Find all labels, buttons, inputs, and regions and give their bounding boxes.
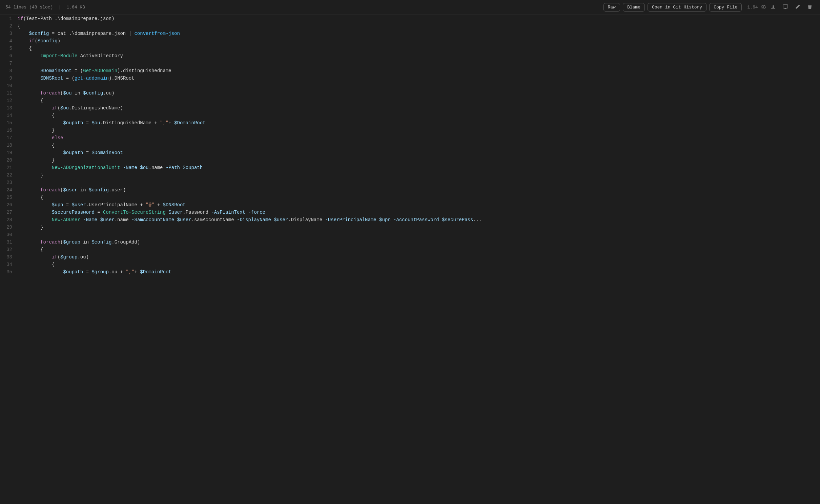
table-row: 15 $oupath = $ou.DistinguishedName + ","… <box>0 119 820 127</box>
table-row: 35 $oupath = $group.ou + ","+ $DomainRoo… <box>0 268 820 276</box>
table-row: 5 { <box>0 45 820 52</box>
table-row: 24 foreach($user in $config.user) <box>0 186 820 194</box>
table-row: 10 <box>0 82 820 89</box>
line-count: 54 lines (48 sloc) <box>5 5 53 10</box>
download-icon[interactable] <box>768 3 778 12</box>
raw-button[interactable]: Raw <box>603 3 620 12</box>
table-row: 12 { <box>0 97 820 104</box>
table-row: 21 New-ADOrganizationalUnit -Name $ou.na… <box>0 164 820 171</box>
svg-rect-0 <box>771 8 775 9</box>
table-row: 34 { <box>0 261 820 268</box>
table-row: 20 } <box>0 156 820 164</box>
table-row: 18 { <box>0 142 820 149</box>
table-row: 4 if($config) <box>0 37 820 45</box>
git-history-button[interactable]: Open in Git History <box>648 3 706 12</box>
table-row: 1 if(Test-Path .\domainprepare.json) <box>0 15 820 22</box>
file-size-left: 1.64 KB <box>66 5 85 10</box>
monitor-icon[interactable] <box>781 3 790 12</box>
table-row: 3 $config = cat .\domainprepare.json | c… <box>0 30 820 37</box>
table-row: 6 Import-Module ActiveDirectory <box>0 52 820 60</box>
table-row: 16 } <box>0 127 820 134</box>
table-row: 11 foreach($ou in $config.ou) <box>0 89 820 97</box>
table-row: 31 foreach($group in $config.GroupAdd) <box>0 238 820 246</box>
table-row: 13 if($ou.DistinguishedName) <box>0 104 820 112</box>
table-row: 9 $DNSRoot = (get-addomain).DNSRoot <box>0 75 820 82</box>
table-row: 8 $DomainRoot = (Get-ADDomain).distingui… <box>0 67 820 75</box>
table-row: 23 <box>0 179 820 186</box>
file-info: 54 lines (48 sloc) | 1.64 KB <box>5 5 85 10</box>
code-viewer: 1 if(Test-Path .\domainprepare.json) 2 {… <box>0 15 820 504</box>
table-row: 32 { <box>0 246 820 253</box>
table-row: 19 $oupath = $DomainRoot <box>0 149 820 156</box>
svg-rect-3 <box>785 8 786 9</box>
table-row: 29 } <box>0 224 820 231</box>
table-row: 14 { <box>0 112 820 119</box>
table-row: 2 { <box>0 22 820 30</box>
table-row: 17 else <box>0 134 820 142</box>
table-row: 30 <box>0 231 820 238</box>
toolbar: 54 lines (48 sloc) | 1.64 KB Raw Blame O… <box>0 0 820 15</box>
table-row: 28 New-ADUser -Name $user.name -SamAccou… <box>0 216 820 224</box>
toolbar-actions: Raw Blame Open in Git History Copy File … <box>603 3 815 12</box>
table-row: 26 $upn = $user.UserPrincipalName + "@" … <box>0 201 820 209</box>
blame-button[interactable]: Blame <box>623 3 645 12</box>
svg-rect-1 <box>783 5 788 8</box>
delete-icon[interactable] <box>805 3 815 12</box>
table-row: 33 if($group.ou) <box>0 253 820 261</box>
copy-file-button[interactable]: Copy File <box>709 3 742 12</box>
table-row: 7 <box>0 60 820 67</box>
table-row: 27 $securePassword = ConvertTo-SecureStr… <box>0 209 820 216</box>
table-row: 25 { <box>0 194 820 201</box>
edit-icon[interactable] <box>793 3 802 12</box>
file-size-right: 1.64 KB <box>747 5 766 10</box>
separator: | <box>58 5 61 10</box>
table-row: 22 } <box>0 171 820 179</box>
